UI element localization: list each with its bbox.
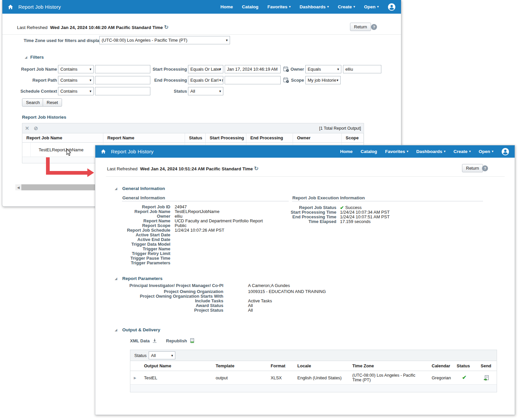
top-nav: Home Catalog Favorites▾ Dashboards▾ Crea… bbox=[340, 148, 509, 156]
field-value: Success bbox=[345, 205, 362, 210]
template-cell: output bbox=[211, 371, 266, 384]
owner-input[interactable] bbox=[343, 65, 381, 73]
nav-item-dashboards[interactable]: Dashboards▾ bbox=[300, 4, 329, 9]
param-value: Active Tasks bbox=[248, 299, 272, 303]
home-icon[interactable] bbox=[8, 4, 13, 10]
end-processing-operator-select[interactable]: Equals Or Earlier▼ bbox=[188, 76, 223, 84]
column-header[interactable]: Report Name bbox=[103, 133, 185, 142]
column-header[interactable]: Report Job Name bbox=[22, 133, 103, 142]
table-toolbar: ✕ ⊘ [1 Total Report Output] bbox=[22, 123, 364, 133]
output-delivery-section-header[interactable]: ◢ Output & Delivery bbox=[115, 327, 160, 332]
owner-operator-select[interactable]: Equals▼ bbox=[305, 65, 341, 73]
column-header[interactable]: Output Name bbox=[140, 361, 211, 371]
underline bbox=[292, 201, 483, 201]
chevron-down-icon: ▼ bbox=[219, 68, 222, 71]
param-value: All bbox=[248, 303, 253, 308]
column-header[interactable]: Status bbox=[185, 133, 206, 142]
return-button[interactable]: Return bbox=[350, 23, 371, 31]
report-parameters-section-header[interactable]: ◢ Report Parameters bbox=[115, 276, 163, 281]
nav-item-open[interactable]: Open▾ bbox=[479, 149, 493, 154]
output-status-select[interactable]: All ▼ bbox=[149, 351, 175, 359]
end-processing-date-input[interactable] bbox=[225, 76, 281, 84]
timezone-select[interactable]: (UTC-08:00) Los Angeles - Pacific Time (… bbox=[99, 36, 230, 44]
row-expand-icon[interactable]: ▶ bbox=[134, 376, 136, 380]
output-actions: XML Data Republish bbox=[130, 338, 195, 344]
chevron-down-icon: ▾ bbox=[353, 5, 355, 8]
chevron-down-icon: ▼ bbox=[89, 79, 92, 82]
column-header[interactable]: Scope bbox=[342, 133, 364, 142]
refresh-icon[interactable]: ↻ bbox=[254, 166, 258, 171]
nav-item-catalog[interactable]: Catalog bbox=[242, 4, 259, 9]
schedule-context-label: Schedule Context bbox=[2, 89, 57, 94]
nav-item-home[interactable]: Home bbox=[340, 149, 353, 154]
column-header[interactable]: Format bbox=[266, 361, 293, 371]
end-processing-label: End Processing bbox=[129, 78, 187, 83]
table-header-row: Report Job Name Report Name Status Start… bbox=[22, 133, 364, 143]
output-name-cell: TestEL bbox=[140, 371, 211, 384]
nav-item-open[interactable]: Open▾ bbox=[364, 4, 379, 9]
start-processing-operator-select[interactable]: Equals Or Later▼ bbox=[188, 65, 223, 73]
nav-item-favorites[interactable]: Favorites▾ bbox=[385, 149, 408, 154]
republish-link[interactable]: Republish bbox=[166, 338, 195, 344]
filters-section-header[interactable]: ◢ Filters bbox=[25, 55, 44, 60]
param-label: Project Status bbox=[127, 308, 223, 313]
param-label: Award Status bbox=[127, 303, 223, 308]
help-icon[interactable]: ? bbox=[482, 165, 488, 171]
output-table-footer bbox=[130, 385, 497, 392]
start-processing-label: Start Processing bbox=[129, 67, 187, 72]
report-path-operator-select[interactable]: Contains▼ bbox=[58, 76, 94, 84]
cancel-job-icon[interactable]: ⊘ bbox=[34, 126, 38, 131]
column-header[interactable]: Status bbox=[452, 361, 476, 371]
chevron-down-icon: ▼ bbox=[225, 39, 228, 42]
delete-icon[interactable]: ✕ bbox=[25, 126, 29, 131]
status-select[interactable]: All▼ bbox=[188, 87, 223, 95]
report-job-name-operator-select[interactable]: Contains▼ bbox=[58, 65, 94, 73]
nav-item-create[interactable]: Create▾ bbox=[338, 4, 355, 9]
nav-item-dashboards[interactable]: Dashboards▾ bbox=[416, 149, 446, 154]
refresh-icon[interactable]: ↻ bbox=[164, 24, 168, 30]
page-title: Report Job History bbox=[111, 149, 154, 154]
user-avatar-icon[interactable] bbox=[501, 148, 509, 156]
report-job-name-label: Report Job Name bbox=[2, 67, 57, 72]
column-header[interactable]: Locale bbox=[293, 361, 348, 371]
return-button[interactable]: Return bbox=[462, 164, 483, 172]
column-header[interactable]: Time Zone bbox=[348, 361, 427, 371]
nav-item-home[interactable]: Home bbox=[220, 4, 233, 9]
param-label: Principal Investigator/ Project Manager/… bbox=[127, 283, 223, 288]
field-label: End Processing Time bbox=[259, 215, 336, 219]
column-header[interactable]: End Processing bbox=[246, 133, 293, 142]
schedule-context-operator-select[interactable]: Contains▼ bbox=[58, 87, 94, 95]
screen: Report Job History Home Catalog Favorite… bbox=[0, 0, 528, 420]
field-label: Start Processing Time bbox=[259, 210, 336, 215]
time-zone-cell: (UTC-08:00) Los Angeles - Pacific Time (… bbox=[348, 371, 427, 384]
start-processing-date-input[interactable] bbox=[225, 65, 281, 73]
scope-select[interactable]: My job Histories▼ bbox=[305, 76, 341, 84]
field-label: Report Name bbox=[95, 219, 170, 223]
search-button[interactable]: Search bbox=[22, 98, 44, 107]
nav-item-catalog[interactable]: Catalog bbox=[361, 149, 377, 154]
chevron-down-icon: ▾ bbox=[469, 150, 471, 153]
param-value: A Cameron;A Gundes bbox=[248, 283, 290, 288]
nav-item-favorites[interactable]: Favorites▾ bbox=[267, 4, 291, 9]
field-label: Trigger Parameters bbox=[95, 261, 170, 265]
xml-data-link[interactable]: XML Data bbox=[130, 338, 157, 344]
column-header[interactable]: Calendar bbox=[427, 361, 452, 371]
help-icon[interactable]: ? bbox=[371, 24, 377, 30]
column-header[interactable]: Send bbox=[476, 361, 497, 371]
column-header[interactable]: Template bbox=[211, 361, 266, 371]
column-header[interactable]: Owner bbox=[293, 133, 342, 142]
send-icon[interactable] bbox=[484, 375, 489, 381]
output-table-row[interactable]: ▶ TestEL output XLSX English (United Sta… bbox=[130, 371, 497, 385]
home-icon[interactable] bbox=[101, 149, 106, 154]
general-information-section-header[interactable]: ◢ General Information bbox=[115, 186, 165, 191]
user-avatar-icon[interactable] bbox=[388, 3, 396, 11]
column-header[interactable]: Start Processing bbox=[206, 133, 246, 142]
param-value: 1009315 - EDUCATION AND TRAINING bbox=[248, 289, 326, 294]
field-value: 17.159 seconds bbox=[340, 219, 371, 224]
field-value: UCD Faculty and Department Portfolio Rep… bbox=[175, 219, 263, 223]
reset-button[interactable]: Reset bbox=[43, 98, 62, 107]
field-label: Active Start Date bbox=[95, 233, 170, 237]
nav-item-create[interactable]: Create▾ bbox=[453, 149, 471, 154]
chevron-down-icon: ▼ bbox=[337, 68, 340, 71]
scroll-left-arrow-icon[interactable]: ◀ bbox=[15, 186, 21, 189]
